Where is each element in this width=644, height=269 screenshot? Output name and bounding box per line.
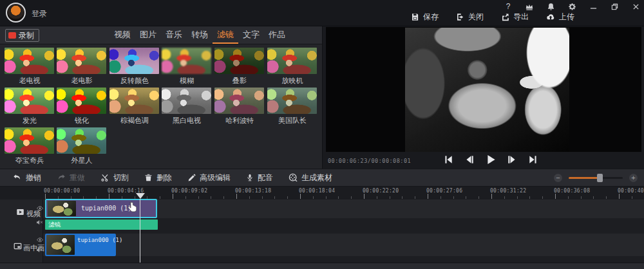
close-icon[interactable] <box>631 2 640 11</box>
ruler-major-ticks <box>45 194 644 199</box>
tab-video[interactable]: 视频 <box>109 26 135 44</box>
filter-effect-clip[interactable]: 滤镜 <box>45 219 158 230</box>
save-button[interactable]: 保存 <box>411 12 439 23</box>
cut-button[interactable]: 切割 <box>93 172 137 183</box>
filter-label: 老电视 <box>5 76 55 86</box>
filter-item[interactable]: 锐化 <box>57 88 107 125</box>
generate-material-button[interactable]: 生成素材 <box>281 172 340 183</box>
filter-thumbnail[interactable] <box>5 127 54 154</box>
filter-item[interactable]: 反转颜色 <box>109 48 160 86</box>
minimize-icon[interactable] <box>589 2 598 11</box>
redo-label: 重做 <box>70 172 85 183</box>
filter-thumbnail[interactable] <box>109 48 159 74</box>
filter-item[interactable]: 老电影 <box>57 48 107 86</box>
tab-music[interactable]: 音乐 <box>161 26 187 44</box>
restore-icon[interactable] <box>610 2 619 11</box>
zoom-out-icon[interactable]: − <box>554 174 562 182</box>
filter-thumbnail[interactable] <box>5 48 54 74</box>
filter-thumbnail[interactable] <box>109 88 159 114</box>
tab-text[interactable]: 文字 <box>238 26 264 44</box>
help-icon[interactable]: ? <box>504 2 513 11</box>
upload-label: 上传 <box>559 12 574 23</box>
filter-item[interactable]: 老电视 <box>5 48 55 86</box>
filter-thumbnail[interactable] <box>214 48 264 74</box>
filter-thumbnail[interactable] <box>57 127 106 154</box>
delete-button[interactable]: 删除 <box>137 172 180 183</box>
step-forward-button[interactable] <box>506 154 518 165</box>
track-area: 视频 画中画1 tupian000 (1) 滤镜 tupian000 (1) <box>0 199 644 263</box>
undo-button[interactable]: 撤销 <box>5 172 49 183</box>
film-reel-icon <box>289 173 298 182</box>
record-button[interactable]: 录制 <box>5 29 39 42</box>
filter-item[interactable]: 哈利波特 <box>214 88 265 125</box>
step-back-button[interactable] <box>464 154 475 165</box>
login-button[interactable]: 登录 <box>32 8 47 19</box>
clip-thumbnail <box>46 235 75 255</box>
close-project-button[interactable]: 关闭 <box>456 12 484 23</box>
filter-thumbnail[interactable] <box>57 88 106 114</box>
vip-crown-icon[interactable] <box>525 2 534 11</box>
filter-item[interactable]: 夺宝奇兵 <box>5 127 55 165</box>
bell-icon[interactable] <box>546 2 555 11</box>
pip-track-mute-icon[interactable] <box>36 247 43 253</box>
filter-item[interactable]: 模糊 <box>162 48 212 86</box>
filter-item[interactable]: 放映机 <box>267 48 317 86</box>
zoom-slider-track[interactable] <box>569 177 623 179</box>
video-editor-window: 登录 ? <box>0 0 644 269</box>
video-track-mute-icon[interactable] <box>36 219 43 225</box>
advanced-edit-button[interactable]: 高级编辑 <box>180 172 238 183</box>
close-label: 关闭 <box>468 12 484 23</box>
filter-item[interactable]: 发光 <box>5 88 55 125</box>
filter-label: 黑白电视 <box>162 116 212 125</box>
skip-end-button[interactable] <box>527 154 539 165</box>
preview-stage <box>326 27 641 152</box>
tab-transition[interactable]: 转场 <box>187 26 213 44</box>
timeline-ruler[interactable]: 00:00:00:00 00:00:04:16 00:00:09:02 00:0… <box>0 187 644 199</box>
filter-item[interactable]: 黑白电视 <box>162 88 212 125</box>
filter-thumbnail[interactable] <box>5 88 54 114</box>
pip-track-icon <box>14 242 22 250</box>
pip-clip[interactable]: tupian000 (1) <box>45 234 116 256</box>
filter-item[interactable]: 棕褐色调 <box>109 88 160 125</box>
tab-works[interactable]: 作品 <box>264 26 290 44</box>
upload-button[interactable]: 上传 <box>546 12 574 23</box>
export-button[interactable]: 导出 <box>501 12 529 23</box>
tab-image[interactable]: 图片 <box>135 26 161 44</box>
timeline-scrollbar-strip[interactable] <box>0 263 644 269</box>
skip-start-button[interactable] <box>442 154 454 165</box>
clip-label: tupian000 (1) <box>81 205 131 212</box>
zoom-slider-handle[interactable] <box>597 174 603 182</box>
pip-track-visibility-icon[interactable] <box>37 237 43 243</box>
filter-thumbnail[interactable] <box>57 48 106 74</box>
pencil-icon <box>187 174 196 182</box>
video-track-visibility-icon[interactable] <box>37 206 43 211</box>
record-label: 录制 <box>19 30 34 41</box>
voiceover-button[interactable]: 配音 <box>238 172 281 183</box>
preview-panel: 00:00:06:23/00:00:08:01 <box>322 26 644 169</box>
tab-filter[interactable]: 滤镜 <box>213 26 238 44</box>
ruler-label: 00:00:31:22 <box>490 188 526 194</box>
filter-thumbnail[interactable] <box>162 48 211 74</box>
trash-icon <box>144 173 153 182</box>
filter-item[interactable]: 外星人 <box>57 127 107 165</box>
filter-item[interactable]: 叠影 <box>214 48 265 86</box>
save-label: 保存 <box>423 12 439 23</box>
filter-item[interactable]: 美国队长 <box>267 88 317 125</box>
record-icon <box>8 32 16 39</box>
zoom-in-icon[interactable]: + <box>629 174 638 182</box>
redo-button[interactable]: 重做 <box>49 172 93 183</box>
export-arrow-icon <box>501 13 509 21</box>
avatar[interactable] <box>6 3 26 23</box>
settings-gear-icon[interactable] <box>567 2 576 11</box>
filter-thumbnail[interactable] <box>214 88 264 114</box>
playhead-handle[interactable] <box>136 193 145 199</box>
clip-thumbnail <box>48 201 76 216</box>
filter-thumbnail[interactable] <box>267 48 317 74</box>
filter-thumbnail[interactable] <box>267 88 317 114</box>
preview-video <box>405 28 569 152</box>
play-button[interactable] <box>485 154 497 165</box>
filter-grid: 老电视 老电影 反转颜色 模糊 叠影 放映机 发光 锐化 棕褐色调 黑白电视 哈… <box>0 44 322 169</box>
redo-icon <box>57 173 66 182</box>
filter-thumbnail[interactable] <box>162 88 211 114</box>
video-track-icon <box>16 208 24 216</box>
